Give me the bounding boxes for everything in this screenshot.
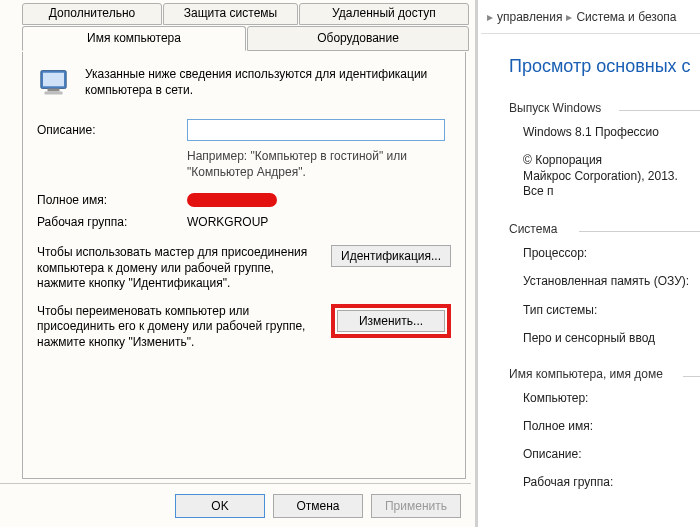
fullname-redacted [187, 193, 277, 207]
breadcrumb[interactable]: ▸ управления ▸ Система и безопа [481, 0, 700, 34]
description-label: Описание: [37, 123, 187, 137]
workgroup-value: WORKGROUP [187, 215, 451, 229]
change-button-highlight: Изменить... [331, 304, 451, 338]
sys-type-label: Тип системы: [523, 303, 696, 317]
fullname-label: Полное имя: [37, 193, 187, 207]
intro-text: Указанные ниже сведения используются для… [85, 66, 451, 105]
control-panel-window: ▸ управления ▸ Система и безопа Просмотр… [481, 0, 700, 527]
tab-remote-access[interactable]: Удаленный доступ [299, 3, 469, 25]
computer-icon [37, 66, 73, 105]
svg-rect-2 [48, 89, 60, 92]
description-input[interactable] [187, 119, 445, 141]
dialog-footer: OK Отмена Применить [0, 483, 471, 527]
page-title: Просмотр основных с [509, 56, 696, 77]
name-full-label: Полное имя: [523, 419, 696, 433]
tab-strip: Дополнительно Защита системы Удаленный д… [0, 0, 475, 54]
breadcrumb-part1[interactable]: управления [497, 10, 562, 24]
apply-button[interactable]: Применить [371, 494, 461, 518]
group-windows-edition: Выпуск Windows [509, 101, 696, 117]
sys-touch-label: Перо и сенсорный ввод [523, 331, 696, 345]
tab-hardware[interactable]: Оборудование [247, 26, 469, 51]
name-workgroup-label: Рабочая группа: [523, 475, 696, 489]
system-info-body: Просмотр основных с Выпуск Windows Windo… [481, 34, 700, 489]
cancel-button[interactable]: Отмена [273, 494, 363, 518]
workgroup-label: Рабочая группа: [37, 215, 187, 229]
tab-system-protection[interactable]: Защита системы [163, 3, 298, 25]
name-computer-label: Компьютер: [523, 391, 696, 405]
chevron-right-icon: ▸ [487, 10, 493, 24]
group-computer-names: Имя компьютера, имя доме [509, 367, 696, 383]
tab-additional[interactable]: Дополнительно [22, 3, 162, 25]
breadcrumb-part2[interactable]: Система и безопа [576, 10, 676, 24]
chevron-right-icon: ▸ [566, 10, 572, 24]
tab-computer-name[interactable]: Имя компьютера [22, 26, 246, 51]
svg-rect-1 [43, 73, 64, 87]
name-desc-label: Описание: [523, 447, 696, 461]
svg-rect-3 [45, 92, 63, 95]
edition-name: Windows 8.1 Профессио [523, 125, 696, 139]
tab-body-computer-name: Указанные ниже сведения используются для… [22, 52, 466, 479]
identify-help-text: Чтобы использовать мастер для присоедине… [37, 245, 317, 292]
identify-button[interactable]: Идентификация... [331, 245, 451, 267]
group-system: Система [509, 222, 696, 238]
ok-button[interactable]: OK [175, 494, 265, 518]
sys-cpu-label: Процессор: [523, 246, 696, 260]
change-help-text: Чтобы переименовать компьютер или присое… [37, 304, 317, 351]
change-button[interactable]: Изменить... [337, 310, 445, 332]
sys-ram-label: Установленная память (ОЗУ): [523, 274, 696, 290]
edition-copyright: © Корпорация Майкрос Corporation), 2013.… [523, 153, 696, 200]
description-hint: Например: "Компьютер в гостиной" или "Ко… [187, 149, 451, 180]
system-properties-dialog: Дополнительно Защита системы Удаленный д… [0, 0, 478, 527]
